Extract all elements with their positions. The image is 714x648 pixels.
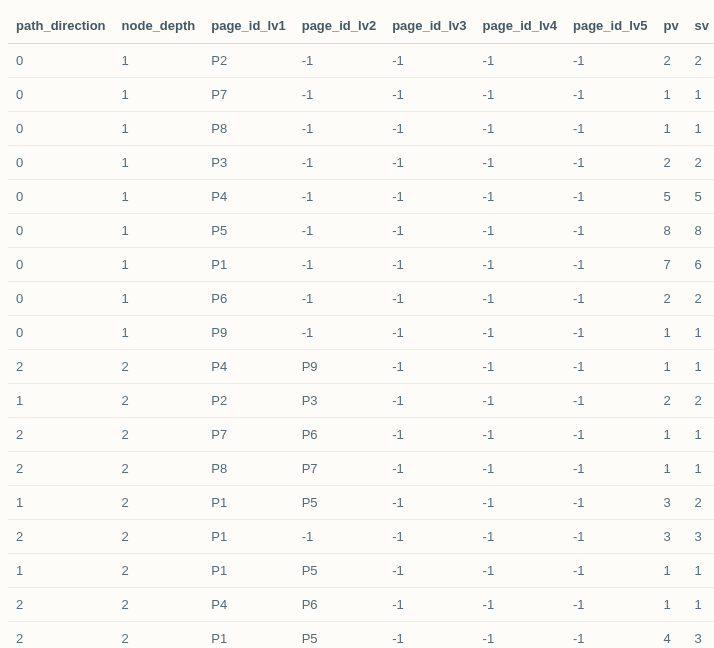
table-row: 01P1-1-1-1-176 [8,248,714,282]
table-cell: -1 [294,316,384,350]
table-cell: -1 [384,384,474,418]
table-cell: P8 [203,112,293,146]
table-cell: -1 [565,248,655,282]
table-cell: 2 [8,588,114,622]
table-cell: P6 [294,588,384,622]
table-cell: 3 [687,520,714,554]
table-cell: -1 [565,112,655,146]
table-row: 12P1P5-1-1-111 [8,554,714,588]
table-cell: P4 [203,588,293,622]
table-cell: -1 [475,554,565,588]
table-row: 22P1-1-1-1-133 [8,520,714,554]
table-cell: 2 [687,146,714,180]
table-cell: 2 [114,350,204,384]
table-body: 01P2-1-1-1-12201P7-1-1-1-11101P8-1-1-1-1… [8,44,714,649]
table-cell: 2 [8,350,114,384]
table-cell: -1 [475,44,565,78]
table-cell: -1 [565,622,655,649]
table-cell: -1 [384,452,474,486]
table-cell: -1 [565,452,655,486]
col-header-page_id_lv2[interactable]: page_id_lv2 [294,8,384,44]
table-cell: 1 [114,146,204,180]
table-cell: 1 [8,486,114,520]
table-cell: 1 [655,112,686,146]
col-header-path_direction[interactable]: path_direction [8,8,114,44]
col-header-pv[interactable]: pv [655,8,686,44]
table-cell: 1 [114,44,204,78]
table-cell: 2 [655,384,686,418]
col-header-page_id_lv1[interactable]: page_id_lv1 [203,8,293,44]
table-cell: 0 [8,146,114,180]
table-row: 01P8-1-1-1-111 [8,112,714,146]
table-cell: P1 [203,520,293,554]
table-cell: -1 [384,622,474,649]
table-cell: 3 [687,622,714,649]
col-header-page_id_lv5[interactable]: page_id_lv5 [565,8,655,44]
table-row: 22P4P6-1-1-111 [8,588,714,622]
table-row: 12P2P3-1-1-122 [8,384,714,418]
table-cell: P2 [203,44,293,78]
table-cell: 1 [687,350,714,384]
table-cell: 0 [8,112,114,146]
table-cell: -1 [475,180,565,214]
table-cell: -1 [384,112,474,146]
col-header-node_depth[interactable]: node_depth [114,8,204,44]
table-cell: 8 [655,214,686,248]
table-row: 01P5-1-1-1-188 [8,214,714,248]
table-cell: P2 [203,384,293,418]
table-cell: 6 [687,248,714,282]
table-cell: 2 [114,452,204,486]
table-row: 01P3-1-1-1-122 [8,146,714,180]
table-cell: P7 [203,78,293,112]
table-cell: 2 [114,622,204,649]
table-cell: -1 [384,316,474,350]
table-cell: P5 [294,486,384,520]
table-row: 01P6-1-1-1-122 [8,282,714,316]
table-cell: -1 [475,112,565,146]
table-cell: -1 [565,146,655,180]
table-cell: -1 [565,316,655,350]
table-cell: P4 [203,350,293,384]
data-table: path_directionnode_depthpage_id_lv1page_… [8,8,714,648]
table-cell: -1 [475,418,565,452]
table-cell: -1 [294,112,384,146]
table-cell: 1 [687,418,714,452]
table-cell: P5 [294,622,384,649]
table-cell: 0 [8,44,114,78]
table-cell: P5 [294,554,384,588]
table-cell: -1 [384,214,474,248]
table-row: 01P9-1-1-1-111 [8,316,714,350]
table-cell: P6 [294,418,384,452]
table-cell: -1 [384,418,474,452]
table-cell: 2 [655,282,686,316]
table-cell: 2 [114,520,204,554]
table-cell: 7 [655,248,686,282]
table-cell: 2 [655,146,686,180]
table-cell: 1 [114,112,204,146]
col-header-page_id_lv3[interactable]: page_id_lv3 [384,8,474,44]
table-cell: -1 [475,520,565,554]
table-cell: 1 [687,554,714,588]
table-cell: 2 [687,44,714,78]
table-cell: 2 [687,384,714,418]
table-cell: 2 [687,282,714,316]
col-header-sv[interactable]: sv [687,8,714,44]
table-cell: -1 [294,146,384,180]
table-row: 22P7P6-1-1-111 [8,418,714,452]
table-cell: 2 [655,44,686,78]
table-row: 01P4-1-1-1-155 [8,180,714,214]
table-cell: -1 [384,78,474,112]
table-cell: 1 [114,282,204,316]
table-cell: 1 [8,384,114,418]
table-cell: -1 [384,248,474,282]
header-row: path_directionnode_depthpage_id_lv1page_… [8,8,714,44]
table-cell: 2 [114,554,204,588]
table-cell: 1 [655,452,686,486]
table-cell: -1 [294,44,384,78]
table-cell: P8 [203,452,293,486]
table-cell: P5 [203,214,293,248]
table-cell: -1 [565,588,655,622]
table-cell: -1 [294,248,384,282]
col-header-page_id_lv4[interactable]: page_id_lv4 [475,8,565,44]
table-cell: P7 [294,452,384,486]
